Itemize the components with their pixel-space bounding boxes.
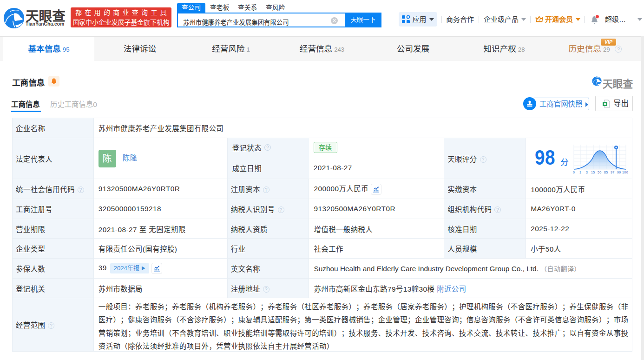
svg-text:99: 99 [617, 171, 621, 174]
svg-text:97: 97 [611, 171, 615, 174]
svg-text:50: 50 [598, 171, 602, 174]
svg-text:1: 1 [579, 171, 581, 174]
svg-text:100: 100 [622, 171, 628, 174]
svg-text:85: 85 [604, 171, 608, 174]
svg-text:0: 0 [573, 171, 575, 174]
svg-text:15: 15 [591, 171, 595, 174]
svg-text:3: 3 [586, 171, 588, 174]
